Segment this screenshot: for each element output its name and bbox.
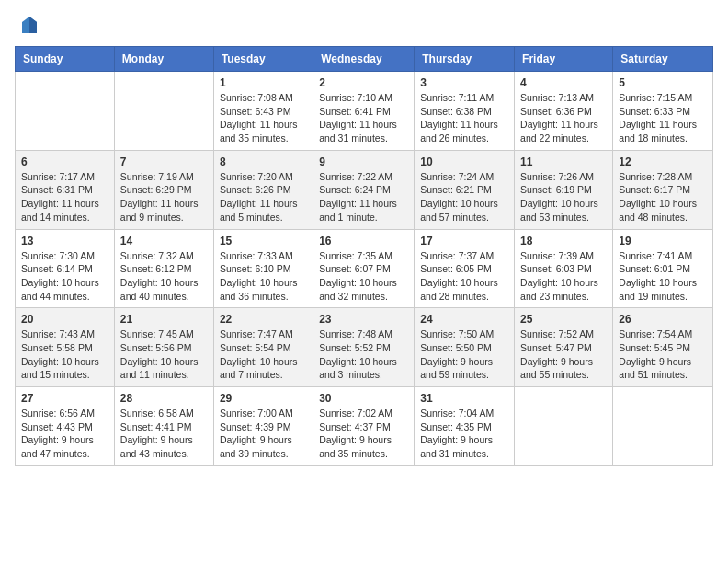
- calendar-week-1: 1 Sunrise: 7:08 AM Sunset: 6:43 PM Dayli…: [16, 72, 713, 151]
- day-number: 17: [420, 235, 508, 247]
- calendar-cell: 3 Sunrise: 7:11 AM Sunset: 6:38 PM Dayli…: [415, 72, 515, 151]
- calendar-cell: 30 Sunrise: 7:02 AM Sunset: 4:37 PM Dayl…: [313, 387, 415, 466]
- calendar-cell: 16 Sunrise: 7:35 AM Sunset: 6:07 PM Dayl…: [313, 229, 415, 308]
- calendar-cell: 12 Sunrise: 7:28 AM Sunset: 6:17 PM Dayl…: [613, 150, 713, 229]
- calendar-cell: 15 Sunrise: 7:33 AM Sunset: 6:10 PM Dayl…: [213, 229, 313, 308]
- calendar-cell: 19 Sunrise: 7:41 AM Sunset: 6:01 PM Dayl…: [613, 229, 713, 308]
- day-number: 12: [619, 155, 707, 168]
- day-info: Sunrise: 7:35 AM Sunset: 6:07 PM Dayligh…: [319, 249, 408, 304]
- calendar-cell: 17 Sunrise: 7:37 AM Sunset: 6:05 PM Dayl…: [415, 229, 515, 308]
- day-info: Sunrise: 7:48 AM Sunset: 5:52 PM Dayligh…: [319, 327, 408, 382]
- calendar-cell: 31 Sunrise: 7:04 AM Sunset: 4:35 PM Dayl…: [415, 387, 515, 466]
- calendar-cell: [114, 72, 213, 151]
- day-number: 9: [319, 155, 408, 168]
- day-number: 20: [21, 313, 108, 326]
- calendar-cell: 22 Sunrise: 7:47 AM Sunset: 5:54 PM Dayl…: [213, 308, 313, 387]
- day-info: Sunrise: 7:39 AM Sunset: 6:03 PM Dayligh…: [520, 249, 607, 304]
- calendar-cell: 23 Sunrise: 7:48 AM Sunset: 5:52 PM Dayl…: [313, 308, 415, 387]
- day-number: 19: [619, 235, 707, 247]
- day-info: Sunrise: 7:19 AM Sunset: 6:29 PM Dayligh…: [120, 170, 208, 224]
- calendar-cell: 24 Sunrise: 7:50 AM Sunset: 5:50 PM Dayl…: [415, 308, 515, 387]
- calendar-cell: 21 Sunrise: 7:45 AM Sunset: 5:56 PM Dayl…: [114, 308, 213, 387]
- calendar-cell: 6 Sunrise: 7:17 AM Sunset: 6:31 PM Dayli…: [16, 150, 115, 229]
- day-number: 27: [21, 392, 108, 405]
- calendar-cell: 5 Sunrise: 7:15 AM Sunset: 6:33 PM Dayli…: [613, 72, 713, 151]
- calendar-cell: [515, 387, 613, 466]
- day-info: Sunrise: 7:33 AM Sunset: 6:10 PM Dayligh…: [220, 249, 307, 304]
- day-number: 16: [319, 235, 408, 247]
- day-number: 29: [220, 392, 307, 405]
- weekday-header-monday: Monday: [114, 47, 213, 72]
- day-info: Sunrise: 7:43 AM Sunset: 5:58 PM Dayligh…: [21, 327, 108, 382]
- weekday-header-wednesday: Wednesday: [313, 47, 415, 72]
- day-info: Sunrise: 7:00 AM Sunset: 4:39 PM Dayligh…: [220, 407, 307, 461]
- day-info: Sunrise: 7:17 AM Sunset: 6:31 PM Dayligh…: [21, 170, 108, 224]
- day-number: 5: [619, 76, 707, 89]
- day-number: 4: [520, 76, 607, 89]
- day-number: 14: [120, 235, 208, 247]
- calendar-cell: 9 Sunrise: 7:22 AM Sunset: 6:24 PM Dayli…: [313, 150, 415, 229]
- calendar-cell: 1 Sunrise: 7:08 AM Sunset: 6:43 PM Dayli…: [213, 72, 313, 151]
- calendar-cell: 25 Sunrise: 7:52 AM Sunset: 5:47 PM Dayl…: [515, 308, 613, 387]
- day-number: 30: [319, 392, 408, 405]
- calendar-cell: [613, 387, 713, 466]
- day-info: Sunrise: 7:10 AM Sunset: 6:41 PM Dayligh…: [319, 91, 408, 145]
- weekday-header-row: SundayMondayTuesdayWednesdayThursdayFrid…: [16, 47, 713, 72]
- day-info: Sunrise: 7:54 AM Sunset: 5:45 PM Dayligh…: [619, 327, 707, 382]
- day-info: Sunrise: 6:58 AM Sunset: 4:41 PM Dayligh…: [120, 407, 208, 461]
- day-info: Sunrise: 7:02 AM Sunset: 4:37 PM Dayligh…: [319, 407, 408, 461]
- logo-icon: [18, 15, 40, 37]
- day-info: Sunrise: 7:45 AM Sunset: 5:56 PM Dayligh…: [120, 327, 208, 382]
- day-info: Sunrise: 7:24 AM Sunset: 6:21 PM Dayligh…: [420, 170, 508, 224]
- weekday-header-friday: Friday: [515, 47, 613, 72]
- day-info: Sunrise: 7:26 AM Sunset: 6:19 PM Dayligh…: [520, 170, 607, 224]
- day-number: 8: [220, 155, 307, 168]
- day-info: Sunrise: 7:28 AM Sunset: 6:17 PM Dayligh…: [619, 170, 707, 224]
- day-number: 15: [220, 235, 307, 247]
- calendar-week-4: 20 Sunrise: 7:43 AM Sunset: 5:58 PM Dayl…: [16, 308, 713, 387]
- calendar-cell: 20 Sunrise: 7:43 AM Sunset: 5:58 PM Dayl…: [16, 308, 115, 387]
- day-number: 10: [420, 155, 508, 168]
- day-info: Sunrise: 7:52 AM Sunset: 5:47 PM Dayligh…: [520, 327, 607, 382]
- day-number: 31: [420, 392, 508, 405]
- day-number: 1: [220, 76, 307, 89]
- calendar-week-3: 13 Sunrise: 7:30 AM Sunset: 6:14 PM Dayl…: [16, 229, 713, 308]
- day-number: 21: [120, 313, 208, 326]
- calendar-table: SundayMondayTuesdayWednesdayThursdayFrid…: [15, 46, 713, 466]
- day-number: 3: [420, 76, 508, 89]
- day-info: Sunrise: 7:15 AM Sunset: 6:33 PM Dayligh…: [619, 91, 707, 145]
- day-number: 6: [21, 155, 108, 168]
- day-info: Sunrise: 7:41 AM Sunset: 6:01 PM Dayligh…: [619, 249, 707, 304]
- day-info: Sunrise: 6:56 AM Sunset: 4:43 PM Dayligh…: [21, 407, 108, 461]
- calendar-cell: 8 Sunrise: 7:20 AM Sunset: 6:26 PM Dayli…: [213, 150, 313, 229]
- day-info: Sunrise: 7:32 AM Sunset: 6:12 PM Dayligh…: [120, 249, 208, 304]
- weekday-header-sunday: Sunday: [16, 47, 115, 72]
- page-header: [15, 15, 713, 37]
- day-number: 24: [420, 313, 508, 326]
- calendar-week-5: 27 Sunrise: 6:56 AM Sunset: 4:43 PM Dayl…: [16, 387, 713, 466]
- day-info: Sunrise: 7:22 AM Sunset: 6:24 PM Dayligh…: [319, 170, 408, 224]
- weekday-header-thursday: Thursday: [415, 47, 515, 72]
- day-info: Sunrise: 7:08 AM Sunset: 6:43 PM Dayligh…: [220, 91, 307, 145]
- day-info: Sunrise: 7:04 AM Sunset: 4:35 PM Dayligh…: [420, 407, 508, 461]
- day-number: 18: [520, 235, 607, 247]
- calendar-week-2: 6 Sunrise: 7:17 AM Sunset: 6:31 PM Dayli…: [16, 150, 713, 229]
- day-info: Sunrise: 7:11 AM Sunset: 6:38 PM Dayligh…: [420, 91, 508, 145]
- calendar-cell: 18 Sunrise: 7:39 AM Sunset: 6:03 PM Dayl…: [515, 229, 613, 308]
- calendar-cell: 2 Sunrise: 7:10 AM Sunset: 6:41 PM Dayli…: [313, 72, 415, 151]
- calendar-cell: 11 Sunrise: 7:26 AM Sunset: 6:19 PM Dayl…: [515, 150, 613, 229]
- weekday-header-tuesday: Tuesday: [213, 47, 313, 72]
- day-info: Sunrise: 7:37 AM Sunset: 6:05 PM Dayligh…: [420, 249, 508, 304]
- day-info: Sunrise: 7:47 AM Sunset: 5:54 PM Dayligh…: [220, 327, 307, 382]
- day-number: 7: [120, 155, 208, 168]
- calendar-cell: 7 Sunrise: 7:19 AM Sunset: 6:29 PM Dayli…: [114, 150, 213, 229]
- calendar-cell: 26 Sunrise: 7:54 AM Sunset: 5:45 PM Dayl…: [613, 308, 713, 387]
- day-info: Sunrise: 7:50 AM Sunset: 5:50 PM Dayligh…: [420, 327, 508, 382]
- calendar-cell: 14 Sunrise: 7:32 AM Sunset: 6:12 PM Dayl…: [114, 229, 213, 308]
- calendar-cell: 13 Sunrise: 7:30 AM Sunset: 6:14 PM Dayl…: [16, 229, 115, 308]
- calendar-cell: 29 Sunrise: 7:00 AM Sunset: 4:39 PM Dayl…: [213, 387, 313, 466]
- day-number: 26: [619, 313, 707, 326]
- calendar-cell: 27 Sunrise: 6:56 AM Sunset: 4:43 PM Dayl…: [16, 387, 115, 466]
- day-number: 13: [21, 235, 108, 247]
- weekday-header-saturday: Saturday: [613, 47, 713, 72]
